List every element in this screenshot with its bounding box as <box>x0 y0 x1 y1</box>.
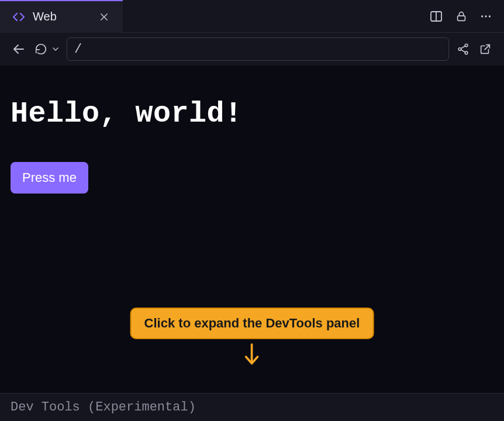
reload-group <box>33 41 61 57</box>
toolbar: / <box>0 33 504 65</box>
svg-line-14 <box>485 45 489 50</box>
url-input[interactable]: / <box>67 37 449 61</box>
svg-point-9 <box>465 44 468 47</box>
svg-rect-4 <box>458 16 465 20</box>
devtools-panel-toggle[interactable]: Dev Tools (Experimental) <box>0 393 504 421</box>
tab-web[interactable]: Web <box>0 0 123 33</box>
svg-point-5 <box>481 15 483 17</box>
back-button[interactable] <box>11 41 27 57</box>
svg-line-13 <box>461 50 465 52</box>
arrow-down-icon <box>242 343 262 366</box>
code-icon <box>12 10 26 24</box>
url-value: / <box>74 42 82 57</box>
chevron-down-icon[interactable] <box>50 41 61 57</box>
open-external-icon[interactable] <box>477 41 493 57</box>
svg-line-12 <box>461 46 465 49</box>
svg-point-10 <box>458 48 461 51</box>
lock-icon[interactable] <box>455 10 468 23</box>
tab-label: Web <box>33 10 90 23</box>
reload-button[interactable] <box>33 41 49 57</box>
titlebar-actions <box>429 9 504 23</box>
page-heading: Hello, world! <box>11 97 493 130</box>
svg-point-6 <box>485 15 486 17</box>
svg-point-7 <box>489 15 491 17</box>
hint-callout: Click to expand the DevTools panel <box>130 308 374 366</box>
close-icon[interactable] <box>97 10 111 24</box>
panel-layout-icon[interactable] <box>429 9 443 23</box>
press-me-button[interactable]: Press me <box>11 162 88 194</box>
more-icon[interactable] <box>479 10 492 23</box>
hint-text: Click to expand the DevTools panel <box>130 308 374 339</box>
devtools-label: Dev Tools (Experimental) <box>11 400 196 415</box>
titlebar: Web <box>0 0 504 33</box>
share-icon[interactable] <box>455 41 471 57</box>
svg-point-11 <box>465 51 468 54</box>
